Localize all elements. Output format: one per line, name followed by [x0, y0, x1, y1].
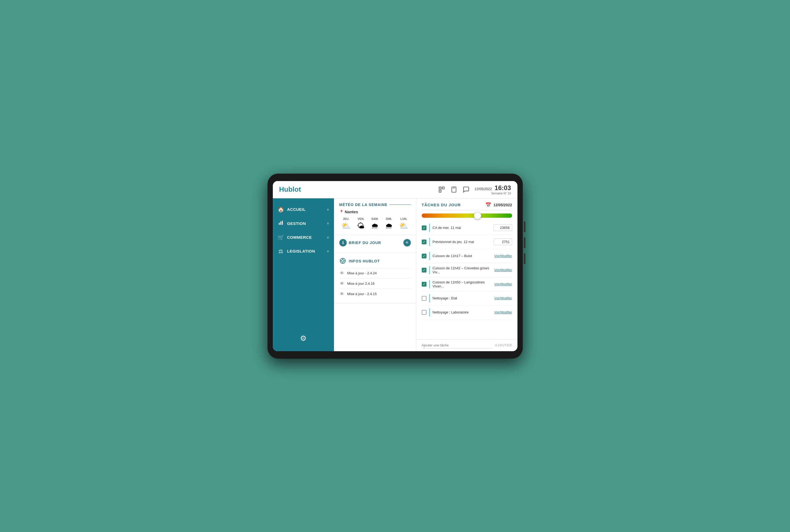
- header-icons: [437, 185, 470, 194]
- task-link-6[interactable]: Voir/Modifier: [494, 297, 512, 300]
- task-link-7[interactable]: Voir/Modifier: [494, 310, 512, 314]
- header-right: 12/05/2022 16:03 Semaine N° 19: [437, 184, 511, 195]
- tasks-date-row: 📅 12/05/2022: [485, 202, 512, 208]
- infos-title-text: INFOS HUBLOT: [349, 259, 380, 263]
- brief-add-button[interactable]: +: [403, 239, 411, 246]
- sidebar-item-commerce[interactable]: 🛒 COMMERCE ∨: [273, 230, 334, 244]
- task-text-7: Nettoyage : Laboratoire: [433, 310, 492, 314]
- home-icon: 🏠: [278, 206, 284, 213]
- sidebar-item-accueil[interactable]: 🏠 ACCUEIL ∧: [273, 203, 334, 216]
- svg-rect-23: [279, 223, 280, 225]
- add-task-button[interactable]: AJOUTER: [495, 343, 512, 347]
- task-checkbox-5[interactable]: [422, 282, 427, 287]
- task-divider-4: [429, 266, 430, 274]
- qr-code-icon[interactable]: [437, 185, 446, 194]
- task-item-2: Prévisionnel du jeu. 12 mai 2751: [422, 235, 512, 249]
- svg-rect-2: [439, 190, 441, 192]
- header-week: Semaine N° 19: [475, 192, 511, 195]
- task-text-4: Cuisson de 11h42 – Crevettes grises Viv.…: [433, 266, 492, 274]
- task-divider-2: [429, 238, 430, 246]
- calculator-icon[interactable]: [450, 185, 458, 194]
- task-divider-5: [429, 280, 430, 288]
- chevron-down-icon-commerce: ∨: [327, 235, 329, 239]
- device-frame: Hublot: [267, 174, 523, 359]
- task-item-5: Cuisson de 11h50 – Langoustines Vivan...…: [422, 277, 512, 291]
- weather-days: JEU. ⛅ VEN. 🌤 SAM. 🌧: [339, 217, 411, 230]
- side-button-1[interactable]: [524, 222, 525, 232]
- sidebar-label-commerce: COMMERCE: [287, 235, 312, 240]
- info-item-0: 👁 Mise à jour - 2.4.24: [339, 268, 411, 278]
- info-icon: ℹ: [339, 239, 347, 246]
- task-value-1[interactable]: 23656: [493, 224, 512, 231]
- task-checkbox-2[interactable]: [422, 240, 427, 244]
- weather-icon-fri: 🌤: [357, 222, 364, 230]
- settings-button[interactable]: ⚙: [273, 330, 334, 347]
- tasks-title: TÂCHES DU JOUR: [422, 203, 461, 207]
- main-area: 🏠 ACCUEIL ∧ GESTION: [273, 198, 518, 351]
- task-value-2[interactable]: 2751: [493, 239, 512, 245]
- task-divider-1: [429, 224, 430, 232]
- task-text-6: Nettoyage : Etal: [433, 296, 492, 300]
- brief-title: BRIEF DU JOUR: [349, 241, 381, 245]
- task-checkbox-6[interactable]: [422, 296, 427, 301]
- tasks-list: CA de mer. 11 mai 23656 Prévisionnel du …: [416, 221, 518, 339]
- svg-rect-1: [442, 187, 444, 189]
- sidebar-label-gestion: GESTION: [287, 221, 306, 226]
- task-text-1: CA de mer. 11 mai: [433, 226, 491, 230]
- screen: Hublot: [273, 181, 518, 351]
- sidebar-item-gestion[interactable]: GESTION ∨: [273, 216, 334, 230]
- weather-location: 📍 Nantes: [339, 209, 411, 214]
- weather-icon-thu: ⛅: [341, 222, 351, 230]
- calendar-icon: 📅: [485, 202, 491, 208]
- svg-rect-24: [280, 222, 281, 225]
- task-text-3: Cuisson de 11h17 – Bulot: [433, 254, 492, 258]
- side-button-3[interactable]: [524, 253, 525, 264]
- sidebar-item-legislation[interactable]: ⚖ LEGISLATION ∨: [273, 244, 334, 258]
- task-link-5[interactable]: Voir/Modifier: [494, 282, 512, 286]
- chat-icon[interactable]: [462, 185, 470, 194]
- sidebar-label-legislation: LEGISLATION: [287, 249, 315, 253]
- task-divider-3: [429, 252, 430, 260]
- eye-icon-2: 👁: [339, 292, 345, 297]
- task-text-5: Cuisson de 11h50 – Langoustines Vivan...: [433, 280, 492, 288]
- weather-icon-mon: ⛅: [399, 222, 409, 230]
- task-checkbox-4[interactable]: [422, 268, 427, 272]
- info-item-2: 👁 Mise à jour - 2.4.15: [339, 289, 411, 299]
- task-text-2: Prévisionnel du jeu. 12 mai: [433, 240, 491, 244]
- task-item-3: Cuisson de 11h17 – Bulot Voir/Modifier: [422, 249, 512, 263]
- task-checkbox-1[interactable]: [422, 225, 427, 230]
- sidebar-label-accueil: ACCUEIL: [287, 207, 306, 212]
- right-panel: TÂCHES DU JOUR 📅 12/05/2022: [416, 198, 518, 351]
- info-item-1: 👁 Mise à jour 2.4.16: [339, 278, 411, 289]
- chevron-down-icon-legislation: ∨: [327, 249, 329, 253]
- add-task-row: AJOUTER: [416, 339, 518, 351]
- weather-title: MÉTÉO DE LA SEMAINE: [339, 203, 411, 207]
- infos-section: INFOS HUBLOT 👁 Mise à jour - 2.4.24 👁 Mi…: [334, 253, 416, 304]
- side-button-2[interactable]: [524, 238, 525, 248]
- task-link-4[interactable]: Voir/Modifier: [494, 268, 512, 272]
- left-panel: MÉTÉO DE LA SEMAINE 📍 Nantes JEU. ⛅: [334, 198, 416, 351]
- svg-rect-0: [439, 187, 441, 189]
- slider-thumb: [474, 212, 481, 219]
- chevron-up-icon: ∧: [327, 208, 329, 211]
- pin-icon: 📍: [339, 210, 343, 214]
- weather-day-sat: SAM. 🌧: [371, 217, 379, 230]
- tasks-header: TÂCHES DU JOUR 📅 12/05/2022: [416, 198, 518, 210]
- brief-section: ℹ BRIEF DU JOUR +: [334, 235, 416, 253]
- progress-slider[interactable]: [416, 210, 518, 221]
- weather-icon-sat: 🌧: [371, 222, 379, 230]
- task-divider-7: [429, 308, 430, 317]
- task-checkbox-3[interactable]: [422, 254, 427, 259]
- weather-day-thu: JEU. ⛅: [341, 217, 351, 230]
- eye-icon-1: 👁: [339, 281, 345, 286]
- chart-icon: [278, 220, 284, 227]
- task-checkbox-7[interactable]: [422, 310, 427, 315]
- chevron-down-icon-gestion: ∨: [327, 222, 329, 225]
- logo: Hublot: [279, 185, 301, 193]
- weather-section: MÉTÉO DE LA SEMAINE 📍 Nantes JEU. ⛅: [334, 198, 416, 235]
- task-link-3[interactable]: Voir/Modifier: [494, 254, 512, 258]
- add-task-input[interactable]: [422, 342, 492, 348]
- weather-icon-sun: 🌧: [385, 222, 393, 230]
- task-divider-6: [429, 294, 430, 303]
- header-date: 12/05/2022 16:03: [475, 184, 511, 192]
